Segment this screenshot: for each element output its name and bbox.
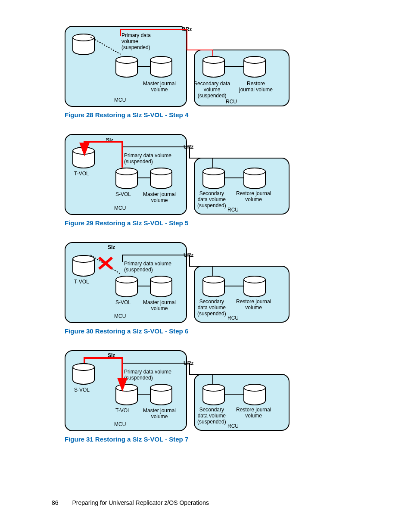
figure-31-caption: Figure 31 Restoring a SIz S-VOL - Step 7 xyxy=(65,436,359,443)
label-restore: Restore journal volume xyxy=(236,299,271,311)
label-mcu: MCU xyxy=(114,314,126,320)
page-number: 86 xyxy=(52,499,59,506)
figure-28-diagram: Primary data volume (suspended) URz Mast… xyxy=(65,26,297,108)
label-mcu: MCU xyxy=(114,422,126,428)
rcu-vol-restore xyxy=(243,276,266,297)
figure-31: SIz URz Primary data volume (suspended) … xyxy=(65,350,359,443)
label-tvol: T-VOL xyxy=(74,279,89,285)
label-mcu: MCU xyxy=(114,97,126,103)
figure-28-caption: Figure 28 Restoring a SIz S-VOL - Step 4 xyxy=(65,111,359,118)
footer-text: Preparing for Universal Replicator z/OS … xyxy=(72,499,209,506)
label-urz: URz xyxy=(184,144,193,150)
figure-30: SIz URz Primary data volume (suspended) … xyxy=(65,242,359,335)
label-rcu: RCU xyxy=(227,207,239,213)
mcu-vol-master xyxy=(150,56,172,78)
label-mcu: MCU xyxy=(114,205,126,212)
rcu-vol-restore xyxy=(243,384,266,405)
label-secondary: Secondary data volume (suspended) xyxy=(197,191,226,208)
label-restore: Restore journal volume xyxy=(236,191,271,203)
document-page: Primary data volume (suspended) URz Mast… xyxy=(0,0,411,532)
rcu-vol-secondary xyxy=(202,384,225,405)
mcu-vol-tvol xyxy=(72,147,95,168)
label-secondary: Secondary data volume (suspended) xyxy=(194,81,230,99)
figure-29: SIz URz Primary data volume (suspended) … xyxy=(65,134,359,227)
label-siz: SIz xyxy=(106,137,113,143)
mcu-vol-master xyxy=(150,384,172,405)
label-secondary: Secondary data volume (suspended) xyxy=(197,407,226,425)
mcu-vol-master xyxy=(150,276,172,297)
label-primary: Primary data volume (suspended) xyxy=(124,369,171,381)
figure-31-diagram: SIz URz Primary data volume (suspended) … xyxy=(65,350,297,432)
label-primary: Primary data volume (suspended) xyxy=(124,261,171,273)
label-master: Master journal volume xyxy=(143,408,176,420)
label-restore: Restore journal volume xyxy=(239,81,273,93)
mcu-vol-svol xyxy=(72,363,95,385)
label-primary: Primary data volume (suspended) xyxy=(121,33,151,50)
page-footer: 86 Preparing for Universal Replicator z/… xyxy=(52,499,209,506)
label-restore: Restore journal volume xyxy=(236,407,271,419)
label-urz: URz xyxy=(184,252,193,258)
mcu-vol-left xyxy=(72,34,95,55)
figure-30-diagram: SIz URz Primary data volume (suspended) … xyxy=(65,242,297,324)
label-tvol: T-VOL xyxy=(115,408,131,414)
label-siz: SIz xyxy=(108,353,115,359)
label-siz: SIz xyxy=(108,245,115,251)
mcu-vol-svol xyxy=(115,276,138,297)
label-rcu: RCU xyxy=(226,99,237,105)
mcu-vol-svol xyxy=(115,168,138,189)
figure-28: Primary data volume (suspended) URz Mast… xyxy=(65,26,359,118)
figure-29-caption: Figure 29 Restoring a SIz S-VOL - Step 5 xyxy=(65,219,359,227)
label-secondary: Secondary data volume (suspended) xyxy=(197,299,226,317)
label-urz: URz xyxy=(184,361,193,367)
label-rcu: RCU xyxy=(227,423,239,429)
mcu-vol-master xyxy=(150,168,172,189)
mcu-vol-tvol xyxy=(115,384,138,405)
mcu-vol-tvol xyxy=(72,255,95,277)
label-urz: URz xyxy=(182,27,192,33)
label-master: Master journal volume xyxy=(143,81,176,93)
label-master: Master journal volume xyxy=(143,192,176,204)
label-svol: S-VOL xyxy=(74,387,90,393)
label-primary: Primary data volume (suspended) xyxy=(124,153,171,165)
label-tvol: T-VOL xyxy=(74,171,89,177)
rcu-vol-secondary xyxy=(202,56,225,78)
label-svol: S-VOL xyxy=(115,300,131,306)
label-rcu: RCU xyxy=(227,315,239,321)
rcu-vol-secondary xyxy=(202,276,225,297)
rcu-vol-restore xyxy=(243,168,266,189)
label-svol: S-VOL xyxy=(115,192,131,198)
rcu-vol-restore xyxy=(243,56,266,78)
figure-30-caption: Figure 30 Restoring a SIz S-VOL - Step 6 xyxy=(65,327,359,335)
label-master: Master journal volume xyxy=(143,300,176,312)
mcu-vol-primary xyxy=(115,56,138,78)
rcu-vol-secondary xyxy=(202,168,225,189)
figure-29-diagram: SIz URz Primary data volume (suspended) … xyxy=(65,134,297,216)
